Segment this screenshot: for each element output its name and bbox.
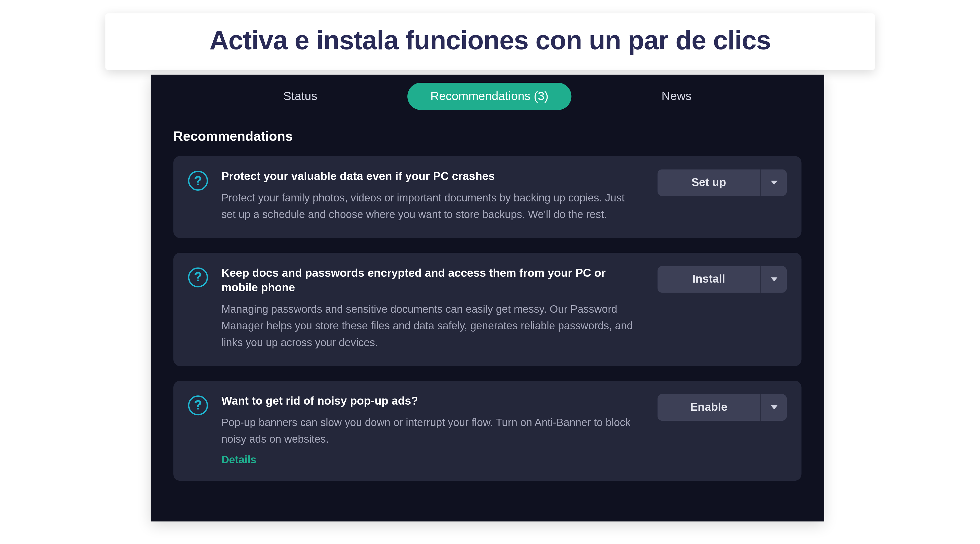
action-button-group: Enable	[657, 394, 787, 420]
card-description: Managing passwords and sensitive documen…	[221, 302, 639, 351]
caption-banner: Activa e instala funciones con un par de…	[105, 13, 875, 70]
section-title: Recommendations	[173, 129, 802, 144]
card-description: Pop-up banners can slow you down or inte…	[221, 415, 639, 448]
card-title: Keep docs and passwords encrypted and ac…	[221, 266, 639, 296]
tab-news[interactable]: News	[639, 83, 714, 110]
card-title: Protect your valuable data even if your …	[221, 169, 639, 185]
recommendation-card: ? Protect your valuable data even if you…	[173, 156, 802, 238]
chevron-down-icon	[770, 406, 777, 409]
tab-bar: Status Recommendations (3) News	[173, 75, 802, 124]
recommendation-card: ? Want to get rid of noisy pop-up ads? P…	[173, 381, 802, 481]
tab-recommendations[interactable]: Recommendations (3)	[408, 83, 571, 110]
enable-button[interactable]: Enable	[657, 394, 760, 420]
action-dropdown-button[interactable]	[760, 394, 787, 420]
help-icon: ?	[188, 267, 210, 288]
help-icon: ?	[188, 395, 210, 417]
card-actions: Set up	[657, 169, 787, 223]
install-button[interactable]: Install	[657, 266, 760, 292]
app-window: Status Recommendations (3) News Recommen…	[151, 75, 824, 522]
action-button-group: Install	[657, 266, 787, 292]
card-body: Keep docs and passwords encrypted and ac…	[221, 266, 645, 351]
card-title: Want to get rid of noisy pop-up ads?	[221, 394, 639, 409]
help-icon: ?	[188, 171, 210, 192]
card-actions: Enable	[657, 394, 787, 466]
action-dropdown-button[interactable]	[760, 266, 787, 292]
chevron-down-icon	[770, 181, 777, 185]
action-dropdown-button[interactable]	[760, 169, 787, 196]
chevron-down-icon	[770, 277, 777, 281]
card-body: Protect your valuable data even if your …	[221, 169, 645, 223]
setup-button[interactable]: Set up	[657, 169, 760, 196]
details-link[interactable]: Details	[221, 454, 256, 466]
caption-text: Activa e instala funciones con un par de…	[129, 25, 851, 56]
card-description: Protect your family photos, videos or im…	[221, 190, 639, 223]
card-body: Want to get rid of noisy pop-up ads? Pop…	[221, 394, 645, 466]
tab-status[interactable]: Status	[261, 83, 340, 110]
action-button-group: Set up	[657, 169, 787, 196]
card-actions: Install	[657, 266, 787, 351]
recommendation-card: ? Keep docs and passwords encrypted and …	[173, 253, 802, 366]
